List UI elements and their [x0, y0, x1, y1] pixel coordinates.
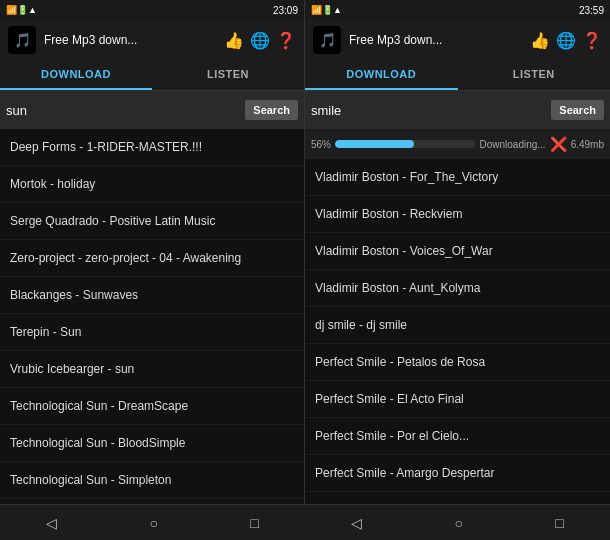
bottom-nav-right: ◁ ○ □ — [305, 504, 610, 540]
list-item[interactable]: Technological Sun - Simpleton — [0, 462, 304, 499]
screen-left: 🎵 Free Mp3 down... 👍 🌐 ❓ DOWNLOAD LISTEN… — [0, 20, 305, 504]
help-icon-left[interactable]: ❓ — [276, 31, 296, 50]
list-item[interactable]: Zero-project - zero-project - 04 - Awake… — [0, 240, 304, 277]
status-bars: 📶🔋▲ 23:09 📶🔋▲ 23:59 — [0, 0, 610, 20]
home-button-right[interactable]: ○ — [447, 511, 471, 535]
tab-listen-right[interactable]: LISTEN — [458, 60, 611, 90]
file-size: 6.49mb — [571, 139, 604, 150]
progress-bar-container — [335, 140, 475, 148]
app-title-right: Free Mp3 down... — [349, 33, 522, 47]
list-item[interactable]: Vrubic Icebearger - sun — [0, 351, 304, 388]
status-icons-left: 📶🔋▲ — [6, 5, 37, 15]
list-item[interactable]: Deep Forms - 1-RIDER-MASTER.!!! — [0, 129, 304, 166]
app-title-left: Free Mp3 down... — [44, 33, 216, 47]
tab-download-right[interactable]: DOWNLOAD — [305, 60, 458, 90]
tab-listen-left[interactable]: LISTEN — [152, 60, 304, 90]
bottom-nav-left: ◁ ○ □ — [0, 504, 305, 540]
list-item[interactable]: Perfect Smile - Por el Cielo... — [305, 418, 610, 455]
search-bar-left: Search — [0, 91, 304, 129]
search-button-left[interactable]: Search — [245, 100, 298, 120]
bottom-navigation: ◁ ○ □ ◁ ○ □ — [0, 504, 610, 540]
search-input-left[interactable] — [6, 103, 241, 118]
recents-button-left[interactable]: □ — [242, 511, 266, 535]
status-icons-right: 📶🔋▲ — [311, 5, 342, 15]
thumbs-up-icon-left[interactable]: 👍 — [224, 31, 244, 50]
list-item[interactable]: Perfect Smile - Petalos de Rosa — [305, 344, 610, 381]
tabs-right: DOWNLOAD LISTEN — [305, 60, 610, 91]
screen-right: 🎵 Free Mp3 down... 👍 🌐 ❓ DOWNLOAD LISTEN… — [305, 20, 610, 504]
recents-button-right[interactable]: □ — [547, 511, 571, 535]
header-icons-left: 👍 🌐 ❓ — [224, 31, 296, 50]
globe-icon-left[interactable]: 🌐 — [250, 31, 270, 50]
download-progress: 56% Downloading... ❌ 6.49mb — [305, 129, 610, 159]
list-item[interactable]: Vladimir Boston - Reckviem — [305, 196, 610, 233]
list-item[interactable]: dj smile - dj smile — [305, 307, 610, 344]
search-bar-right: Search — [305, 91, 610, 129]
header-icons-right: 👍 🌐 ❓ — [530, 31, 602, 50]
status-time-left: 23:09 — [273, 5, 298, 16]
progress-label: Downloading... — [479, 139, 545, 150]
home-button-left[interactable]: ○ — [142, 511, 166, 535]
status-bar-right: 📶🔋▲ 23:59 — [305, 0, 610, 20]
app-icon-right: 🎵 — [313, 26, 341, 54]
app-header-right: 🎵 Free Mp3 down... 👍 🌐 ❓ — [305, 20, 610, 60]
list-item[interactable]: Technological Sun - BloodSimple — [0, 425, 304, 462]
app-header-left: 🎵 Free Mp3 down... 👍 🌐 ❓ — [0, 20, 304, 60]
back-button-left[interactable]: ◁ — [38, 511, 65, 535]
list-item[interactable]: Technological Sun - DreamScape — [0, 388, 304, 425]
list-item[interactable]: Perfect Smile - Amargo Despertar — [305, 455, 610, 492]
tab-download-left[interactable]: DOWNLOAD — [0, 60, 152, 90]
tabs-left: DOWNLOAD LISTEN — [0, 60, 304, 91]
globe-icon-right[interactable]: 🌐 — [556, 31, 576, 50]
list-item[interactable]: Vladimir Boston - Voices_Of_War — [305, 233, 610, 270]
list-item[interactable]: Blackanges - Sunwaves — [0, 277, 304, 314]
list-item[interactable]: Vladimir Boston - Aunt_Kolyma — [305, 270, 610, 307]
progress-bar-fill — [335, 140, 414, 148]
back-button-right[interactable]: ◁ — [343, 511, 370, 535]
progress-percent: 56% — [311, 139, 331, 150]
list-item[interactable]: Terepin - Sun — [0, 314, 304, 351]
list-item[interactable]: Mortok - holiday — [0, 166, 304, 203]
status-time-right: 23:59 — [579, 5, 604, 16]
song-list-left: Deep Forms - 1-RIDER-MASTER.!!! Mortok -… — [0, 129, 304, 504]
cancel-icon[interactable]: ❌ — [550, 136, 567, 152]
status-bar-left: 📶🔋▲ 23:09 — [0, 0, 305, 20]
help-icon-right[interactable]: ❓ — [582, 31, 602, 50]
search-input-right[interactable] — [311, 103, 547, 118]
song-list-right: Vladimir Boston - For_The_Victory Vladim… — [305, 159, 610, 504]
list-item[interactable]: Vladimir Boston - For_The_Victory — [305, 159, 610, 196]
search-button-right[interactable]: Search — [551, 100, 604, 120]
screens-container: 🎵 Free Mp3 down... 👍 🌐 ❓ DOWNLOAD LISTEN… — [0, 20, 610, 504]
app-icon-left: 🎵 — [8, 26, 36, 54]
list-item[interactable]: Perfect Smile - El Acto Final — [305, 381, 610, 418]
list-item[interactable]: Serge Quadrado - Positive Latin Music — [0, 203, 304, 240]
thumbs-up-icon-right[interactable]: 👍 — [530, 31, 550, 50]
